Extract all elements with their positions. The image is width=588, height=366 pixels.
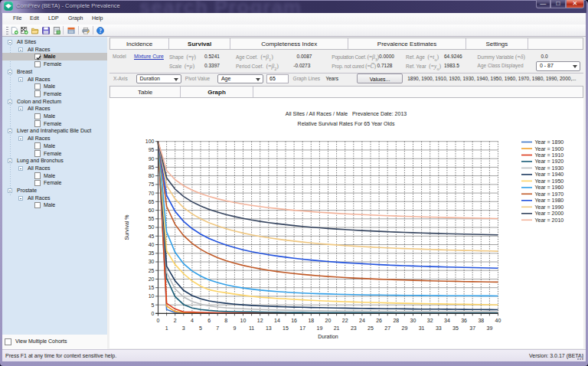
svg-text:2: 2 xyxy=(174,318,177,323)
svg-text:Year = 1960: Year = 1960 xyxy=(535,185,564,190)
svg-text:0: 0 xyxy=(152,311,155,316)
svg-text:30: 30 xyxy=(149,259,155,264)
svg-text:Relative Survival Rates For 65: Relative Survival Rates For 65 Year Olds xyxy=(298,121,395,126)
svg-text:16: 16 xyxy=(291,318,297,323)
svg-text:39: 39 xyxy=(487,325,493,331)
svg-text:3: 3 xyxy=(182,325,185,331)
svg-text:1: 1 xyxy=(165,325,168,331)
svg-text:23: 23 xyxy=(351,325,357,331)
svg-text:22: 22 xyxy=(342,318,348,323)
svg-text:20: 20 xyxy=(325,318,332,323)
svg-text:38: 38 xyxy=(478,318,484,323)
svg-text:55: 55 xyxy=(149,216,155,221)
svg-text:Year = 1980: Year = 1980 xyxy=(535,198,564,203)
svg-text:Year = 1970: Year = 1970 xyxy=(535,191,564,197)
svg-text:45: 45 xyxy=(149,234,155,239)
svg-text:15: 15 xyxy=(149,285,155,290)
svg-text:Year = 1940: Year = 1940 xyxy=(535,172,564,177)
svg-text:24: 24 xyxy=(359,318,365,323)
svg-text:Year = 1920: Year = 1920 xyxy=(535,158,564,164)
svg-text:31: 31 xyxy=(419,325,425,331)
svg-text:36: 36 xyxy=(461,318,467,323)
svg-text:90: 90 xyxy=(149,156,155,162)
svg-text:25: 25 xyxy=(149,268,155,273)
svg-text:27: 27 xyxy=(384,325,390,331)
svg-text:80: 80 xyxy=(149,173,155,178)
svg-text:13: 13 xyxy=(266,325,272,331)
svg-text:0: 0 xyxy=(157,318,160,323)
svg-text:Year = 1890: Year = 1890 xyxy=(535,139,564,145)
svg-text:21: 21 xyxy=(334,325,340,331)
svg-text:5: 5 xyxy=(199,325,202,331)
svg-text:70: 70 xyxy=(149,191,155,196)
svg-text:26: 26 xyxy=(376,318,382,323)
svg-text:10: 10 xyxy=(240,318,247,323)
svg-text:All Sites / All Races / Male: All Sites / All Races / Male Prevalence … xyxy=(286,111,407,116)
svg-text:Year = 1930: Year = 1930 xyxy=(535,165,564,171)
svg-text:7: 7 xyxy=(216,325,219,331)
svg-text:5: 5 xyxy=(152,302,155,308)
svg-text:17: 17 xyxy=(299,325,305,331)
svg-text:8: 8 xyxy=(224,318,227,323)
svg-text:12: 12 xyxy=(257,318,263,323)
svg-text:18: 18 xyxy=(308,318,314,323)
svg-text:Year = 1900: Year = 1900 xyxy=(535,146,564,152)
svg-text:25: 25 xyxy=(368,325,374,331)
svg-text:35: 35 xyxy=(149,250,155,256)
svg-text:75: 75 xyxy=(149,181,155,187)
svg-text:85: 85 xyxy=(149,165,155,170)
svg-text:32: 32 xyxy=(427,318,433,323)
svg-text:Year = 1910: Year = 1910 xyxy=(535,152,564,158)
svg-text:29: 29 xyxy=(402,325,408,331)
svg-text:9: 9 xyxy=(233,325,236,331)
svg-text:Year = 1950: Year = 1950 xyxy=(535,178,564,184)
svg-text:Year = 2010: Year = 2010 xyxy=(535,217,564,223)
svg-text:65: 65 xyxy=(149,199,155,204)
svg-text:35: 35 xyxy=(452,325,459,331)
svg-text:15: 15 xyxy=(283,325,289,331)
svg-text:40: 40 xyxy=(149,242,155,247)
svg-text:6: 6 xyxy=(207,318,211,323)
svg-text:19: 19 xyxy=(317,325,323,331)
svg-text:Survival %: Survival % xyxy=(124,214,129,240)
svg-text:37: 37 xyxy=(469,325,475,331)
svg-text:40: 40 xyxy=(495,318,501,323)
svg-text:100: 100 xyxy=(145,139,155,144)
svg-text:30: 30 xyxy=(410,318,416,323)
svg-text:Duration: Duration xyxy=(318,334,338,339)
svg-text:28: 28 xyxy=(393,318,399,323)
svg-text:60: 60 xyxy=(149,208,155,213)
svg-text:95: 95 xyxy=(149,147,155,152)
svg-text:10: 10 xyxy=(149,293,155,299)
svg-text:Year = 1990: Year = 1990 xyxy=(535,204,564,210)
svg-text:20: 20 xyxy=(149,276,155,282)
svg-text:4: 4 xyxy=(191,318,194,323)
svg-text:Year = 2000: Year = 2000 xyxy=(535,211,564,216)
svg-text:11: 11 xyxy=(249,325,254,331)
svg-text:50: 50 xyxy=(149,224,155,230)
svg-text:33: 33 xyxy=(436,325,442,331)
svg-text:34: 34 xyxy=(444,318,450,323)
svg-text:14: 14 xyxy=(274,318,280,323)
